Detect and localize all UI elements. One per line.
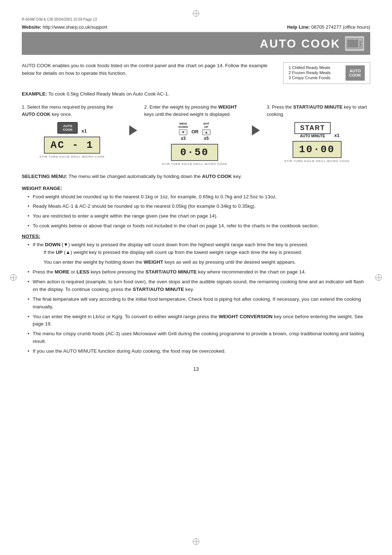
weight-down-key: ▼ (179, 129, 187, 135)
reg-mark-left (10, 274, 17, 281)
example-text: To cook 0.5kg Chilled Ready Meals on Aut… (48, 91, 169, 97)
microwave-svg (346, 37, 363, 50)
svg-point-3 (360, 41, 361, 43)
step-3-text: 3. Press the START/AUTO MINUTE key to st… (267, 104, 367, 118)
arrow-1 (125, 104, 141, 135)
helpline-info: Help Line: 08705 274277 (office hours) (287, 24, 370, 30)
step-3-lcd-text: 10·00 (299, 144, 335, 155)
step-3-key-row: START AUTO MINUTE x1 (294, 122, 339, 138)
weigh-label: WEIGDOWN (179, 122, 188, 129)
intro-section: AUTO COOK enables you to cook foods list… (22, 62, 370, 84)
auto-key-line2: COOK (62, 128, 73, 131)
page-number: 13 (22, 366, 370, 372)
notes-item-4: The final temperature will vary accordin… (28, 296, 370, 311)
arrow-2 (248, 104, 264, 135)
step-2-lcd: 0·50 (171, 144, 218, 161)
menu-item-1: 1 Chilled Ready Meals (289, 65, 342, 70)
notes-item-2: Press the MORE or LESS keys before press… (28, 268, 370, 276)
step-1-col: 1. Select the menu required by pressing … (22, 104, 125, 158)
website-label: Website: (22, 24, 41, 30)
weight-range-item-3: You are restricted to enter a weight wit… (28, 212, 370, 220)
svg-rect-1 (347, 40, 358, 48)
selecting-menu-label: SELECTING MENU: (22, 174, 67, 179)
notes-item-1-sub1: If the UP (▲) weight key is pressed the … (33, 249, 370, 256)
menu-item-2: 2 Frozen Ready Meals (289, 70, 342, 75)
auto-cook-banner: AUTO COOK (22, 32, 370, 55)
menu-list-items: 1 Chilled Ready Meals 2 Frozen Ready Mea… (289, 65, 346, 81)
or-label: OR (191, 129, 199, 134)
step-1-lcd-text: AC - 1 (50, 139, 94, 151)
step-1-num: 1. Select the menu required by pressing … (22, 104, 113, 117)
step-1-x-label: x1 (81, 128, 86, 134)
svg-rect-5 (359, 46, 362, 47)
step-2-diagram: WEIGDOWN ▼ x3 OR GHTUP ▲ x5 0·50 STIR TU… (144, 122, 245, 166)
auto-minute-label: AUTO MINUTE (300, 134, 325, 138)
step-3-content: 3. Press the START/AUTO MINUTE key to st… (267, 104, 367, 117)
step-1-key-row: AUTO COOK x1 (57, 122, 86, 134)
header-row: Website: http://www.sharp.co.uk/support … (22, 24, 370, 32)
start-button-group: START AUTO MINUTE (294, 122, 331, 138)
helpline-label: Help Line: (287, 24, 310, 30)
example-label: EXAMPLE: (22, 91, 47, 97)
auto-cook-button-display: AUTO COOK (346, 65, 365, 81)
step-1-diagram: AUTO COOK x1 AC - 1 STIR TURN KG/LB GRIL… (22, 122, 122, 158)
arrow-right-icon-2 (252, 125, 260, 135)
notes-item-1: If the DOWN (▼) weight key is pressed th… (28, 241, 370, 266)
menu-list-box: 1 Chilled Ready Meals 2 Frozen Ready Mea… (283, 62, 370, 84)
helpline-note: (office hours) (343, 24, 370, 30)
reg-mark-top (193, 10, 199, 17)
step-1-lcd: AC - 1 (44, 137, 100, 154)
ght-label: GHTUP (203, 122, 209, 129)
website-info: Website: http://www.sharp.co.uk/support (22, 24, 107, 30)
weight-up-group: GHTUP ▲ x5 (202, 122, 211, 141)
step-2-content: 2. Enter the weight by pressing the WEIG… (144, 104, 237, 117)
auto-cook-btn-line1: AUTO (350, 69, 361, 73)
notes-list: If the DOWN (▼) weight key is pressed th… (22, 241, 370, 355)
example-line: EXAMPLE: To cook 0.5kg Chilled Ready Mea… (22, 90, 370, 98)
step-2-lcd-sub: STIR TURN KG/LB GRILL MICRO COOK (162, 162, 227, 166)
step-2-lcd-text: 0·50 (180, 147, 209, 158)
notes-heading: NOTES: (22, 234, 370, 239)
arrow-right-icon-1 (129, 125, 137, 135)
notes-item-1-sub2: You can enter the weight by holding down… (33, 259, 370, 266)
intro-text: AUTO COOK enables you to cook foods list… (22, 62, 272, 84)
step-3-diagram: START AUTO MINUTE x1 10·00 STIR TURN KG/… (267, 122, 367, 163)
notes-item-7: If you use the AUTO MINUTE function duri… (28, 348, 370, 355)
selecting-menu-text: The menu will be changed automatically b… (69, 174, 242, 179)
notes-section: NOTES: If the DOWN (▼) weight key is pre… (22, 234, 370, 355)
banner-title: AUTO COOK (260, 37, 340, 50)
weight-range-heading: WEIGHT RANGE: (22, 186, 370, 191)
step-2-col: 2. Enter the weight by pressing the WEIG… (141, 104, 248, 166)
reg-mark-right (375, 274, 382, 281)
weight-up-key: ▲ (202, 129, 211, 135)
svg-rect-2 (359, 40, 362, 47)
step-2-x5: x5 (204, 136, 209, 141)
svg-point-4 (360, 44, 361, 45)
selecting-menu-para: SELECTING MENU: The menu will be changed… (22, 173, 370, 180)
auto-cook-key: AUTO COOK (57, 122, 78, 134)
step-3-lcd-sub: STIR TURN KG/LB GRILL MICRO COOK (284, 159, 350, 163)
weight-range-item-4: To cook weights below or above that rang… (28, 222, 370, 230)
notes-item-3: When action is required (example, to tur… (28, 278, 370, 293)
weight-range-item-1: Food weight should be rounded up to the … (28, 193, 370, 201)
start-button-display: START (294, 122, 331, 134)
step-3-col: 3. Press the START/AUTO MINUTE key to st… (264, 104, 370, 163)
step-3-x-label: x1 (334, 133, 339, 138)
website-url: http://www.sharp.co.uk/support (43, 24, 107, 30)
weight-range-item-2: Ready Meals AC-1 & AC-2 should be rounde… (28, 203, 370, 210)
reg-mark-bottom (193, 538, 199, 545)
step-3-lcd: 10·00 (293, 141, 342, 158)
weight-range-list: Food weight should be rounded up to the … (22, 193, 370, 230)
notes-item-5: You can enter the weight in Lb/oz or Kg/… (28, 313, 370, 328)
step-1-text: 1. Select the menu required by pressing … (22, 104, 122, 118)
step-2-text: 2. Enter the weight by pressing the WEIG… (144, 104, 245, 118)
notes-item-6: The menu for crispy crumb foods (AC-3) u… (28, 330, 370, 345)
banner-microwave-icon (345, 36, 364, 51)
helpline-number: 08705 274277 (311, 24, 342, 30)
auto-cook-btn-line2: COOK (349, 73, 361, 77)
menu-item-3: 3 Crispy Crumb Foods (289, 76, 342, 80)
weight-down-group: WEIGDOWN ▼ x3 (179, 122, 188, 141)
step-1-lcd-sub: STIR TURN KG/LB GRILL MICRO COOK (40, 155, 105, 158)
step-2-key-row: WEIGDOWN ▼ x3 OR GHTUP ▲ x5 (179, 122, 211, 141)
step-2-x3: x3 (181, 136, 185, 141)
